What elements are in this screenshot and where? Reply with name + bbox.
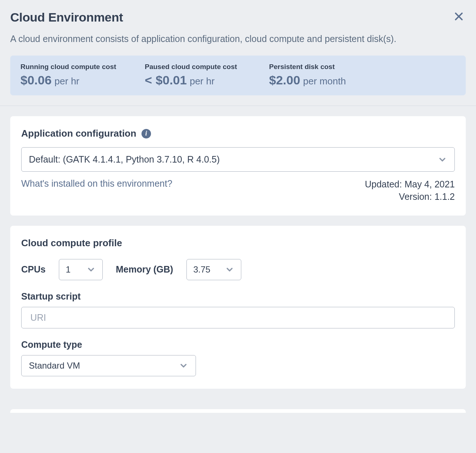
cost-paused-unit: per hr bbox=[190, 76, 215, 87]
installed-link[interactable]: What's installed on this environment? bbox=[21, 178, 172, 189]
cost-running-amount: $0.06 bbox=[20, 73, 52, 87]
memory-value: 3.75 bbox=[193, 264, 211, 275]
startup-script-input[interactable] bbox=[21, 307, 455, 328]
app-config-updated: Updated: May 4, 2021 bbox=[365, 178, 455, 191]
cost-disk-label: Persistent disk cost bbox=[269, 63, 346, 71]
startup-label: Startup script bbox=[21, 291, 455, 302]
app-config-heading: Application configuration bbox=[21, 128, 136, 139]
app-config-selected: Default: (GATK 4.1.4.1, Python 3.7.10, R… bbox=[29, 154, 220, 165]
close-icon bbox=[453, 11, 464, 22]
app-config-meta: Updated: May 4, 2021 Version: 1.1.2 bbox=[365, 178, 455, 203]
cost-running-label: Running cloud compute cost bbox=[20, 63, 145, 71]
compute-type-label: Compute type bbox=[21, 339, 455, 350]
app-config-select[interactable]: Default: (GATK 4.1.4.1, Python 3.7.10, R… bbox=[21, 147, 455, 172]
cost-paused: Paused cloud compute cost < $0.01 per hr bbox=[145, 63, 269, 87]
memory-select[interactable]: 3.75 bbox=[186, 259, 241, 280]
cost-disk-amount: $2.00 bbox=[269, 73, 300, 87]
page-title: Cloud Environment bbox=[10, 10, 123, 24]
cost-paused-amount: $0.01 bbox=[156, 73, 187, 87]
compute-type-select[interactable]: Standard VM bbox=[21, 355, 196, 376]
chevron-down-icon bbox=[225, 265, 234, 274]
close-button[interactable] bbox=[452, 9, 466, 23]
next-card-peek bbox=[10, 409, 466, 413]
compute-profile-card: Cloud compute profile CPUs 1 Memory (GB)… bbox=[10, 226, 466, 389]
memory-label: Memory (GB) bbox=[116, 264, 173, 275]
cost-paused-label: Paused cloud compute cost bbox=[145, 63, 269, 71]
app-config-card: Application configuration i Default: (GA… bbox=[10, 116, 466, 216]
info-icon[interactable]: i bbox=[141, 129, 151, 138]
cost-running-unit: per hr bbox=[54, 76, 79, 87]
cost-disk: Persistent disk cost $2.00 per month bbox=[269, 63, 346, 87]
chevron-down-icon bbox=[179, 361, 188, 370]
chevron-down-icon bbox=[438, 155, 447, 164]
cost-paused-prefix: < bbox=[145, 73, 152, 87]
cpus-value: 1 bbox=[66, 264, 71, 275]
chevron-down-icon bbox=[86, 265, 96, 274]
compute-profile-heading: Cloud compute profile bbox=[21, 237, 122, 249]
cost-panel: Running cloud compute cost $0.06 per hr … bbox=[10, 56, 466, 95]
app-config-version: Version: 1.1.2 bbox=[365, 191, 455, 203]
compute-type-value: Standard VM bbox=[29, 361, 80, 371]
page-subtitle: A cloud environment consists of applicat… bbox=[10, 33, 464, 45]
cost-disk-unit: per month bbox=[303, 76, 346, 87]
cost-running: Running cloud compute cost $0.06 per hr bbox=[20, 63, 145, 87]
cpus-select[interactable]: 1 bbox=[59, 259, 103, 280]
cpus-label: CPUs bbox=[21, 264, 46, 275]
